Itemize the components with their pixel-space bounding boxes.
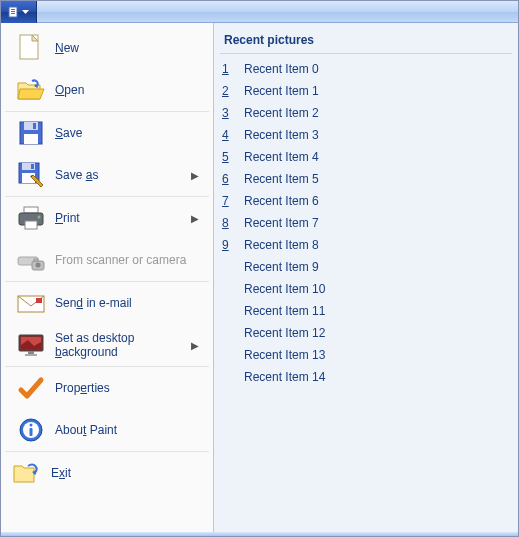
recent-item-number: 1 [222, 62, 238, 76]
menu-send-email-label: Send in e-mail [55, 296, 199, 310]
menu-save-as[interactable]: Save as ▶ [5, 154, 209, 196]
recent-list: 1Recent Item 02Recent Item 13Recent Item… [220, 58, 512, 388]
recent-item-label: Recent Item 3 [238, 128, 319, 142]
recent-item-number: 5 [222, 150, 238, 164]
doc-icon [8, 6, 20, 18]
menu-set-background[interactable]: Set as desktop background ▶ [5, 324, 209, 366]
svg-rect-15 [31, 164, 34, 169]
recent-item[interactable]: Recent Item 12 [220, 322, 512, 344]
recent-item-label: Recent Item 14 [238, 370, 325, 384]
recent-item-number: 4 [222, 128, 238, 142]
recent-item-label: Recent Item 2 [238, 106, 319, 120]
recent-item-number: 6 [222, 172, 238, 186]
menu-new-label: New [55, 41, 199, 55]
save-floppy-icon [15, 117, 47, 149]
svg-rect-19 [25, 221, 37, 229]
recent-item-label: Recent Item 11 [238, 304, 325, 318]
menu-open-label: Open [55, 83, 199, 97]
svg-point-23 [36, 263, 41, 268]
menu-from-scanner-label: From scanner or camera [55, 253, 199, 267]
recent-item[interactable]: 4Recent Item 3 [220, 124, 512, 146]
svg-rect-26 [36, 298, 42, 303]
titlebar [1, 1, 518, 23]
recent-item-number: 3 [222, 106, 238, 120]
recent-item-label: Recent Item 6 [238, 194, 319, 208]
svg-rect-30 [28, 351, 34, 354]
menu-print[interactable]: Print ▶ [5, 197, 209, 239]
recent-item-label: Recent Item 13 [238, 348, 325, 362]
recent-item-label: Recent Item 12 [238, 326, 325, 340]
recent-panel: Recent pictures 1Recent Item 02Recent It… [214, 23, 518, 532]
checkmark-icon [15, 372, 47, 404]
menu-save-label: Save [55, 126, 199, 140]
recent-item[interactable]: 7Recent Item 6 [220, 190, 512, 212]
recent-item[interactable]: 5Recent Item 4 [220, 146, 512, 168]
svg-rect-31 [25, 354, 37, 356]
menu-about[interactable]: About Paint [5, 409, 209, 451]
menu-left-column: New Open Save Save as [1, 23, 214, 532]
save-as-icon [15, 159, 47, 191]
menu-properties-label: Properties [55, 381, 199, 395]
recent-item-label: Recent Item 4 [238, 150, 319, 164]
recent-item[interactable]: 9Recent Item 8 [220, 234, 512, 256]
svg-rect-3 [11, 13, 15, 14]
menu-about-label: About Paint [55, 423, 199, 437]
svg-rect-1 [11, 9, 15, 10]
svg-rect-17 [24, 207, 38, 213]
exit-icon [11, 457, 43, 489]
recent-item[interactable]: Recent Item 13 [220, 344, 512, 366]
recent-item[interactable]: 2Recent Item 1 [220, 80, 512, 102]
desktop-background-icon [15, 329, 47, 361]
menu-send-email[interactable]: Send in e-mail [5, 282, 209, 324]
bottom-bar [1, 532, 518, 536]
envelope-icon [15, 287, 47, 319]
svg-rect-11 [33, 123, 36, 129]
recent-item-number: 8 [222, 216, 238, 230]
recent-item[interactable]: 6Recent Item 5 [220, 168, 512, 190]
recent-item-label: Recent Item 10 [238, 282, 325, 296]
dropdown-arrow-icon [22, 10, 29, 14]
open-folder-icon [15, 74, 47, 106]
menu-print-label: Print [55, 211, 191, 225]
new-file-icon [15, 32, 47, 64]
recent-item-label: Recent Item 7 [238, 216, 319, 230]
recent-item-label: Recent Item 0 [238, 62, 319, 76]
recent-item[interactable]: 1Recent Item 0 [220, 58, 512, 80]
svg-rect-2 [11, 11, 15, 12]
scanner-camera-icon [15, 244, 47, 276]
menu-open[interactable]: Open [5, 69, 209, 111]
app-menu-window: New Open Save Save as [0, 0, 519, 537]
menu-from-scanner: From scanner or camera [5, 239, 209, 281]
recent-item-label: Recent Item 9 [238, 260, 319, 274]
svg-marker-4 [22, 10, 29, 14]
svg-rect-35 [30, 428, 33, 436]
recent-item[interactable]: Recent Item 9 [220, 256, 512, 278]
info-icon [15, 414, 47, 446]
menu-save[interactable]: Save [5, 112, 209, 154]
svg-point-20 [38, 216, 41, 219]
recent-item-label: Recent Item 8 [238, 238, 319, 252]
recent-item[interactable]: Recent Item 10 [220, 278, 512, 300]
recent-item[interactable]: 3Recent Item 2 [220, 102, 512, 124]
recent-item-number: 7 [222, 194, 238, 208]
submenu-arrow-icon: ▶ [191, 213, 199, 224]
recent-item[interactable]: 8Recent Item 7 [220, 212, 512, 234]
recent-item[interactable]: Recent Item 11 [220, 300, 512, 322]
svg-point-34 [30, 424, 33, 427]
recent-item-label: Recent Item 1 [238, 84, 319, 98]
svg-rect-10 [24, 134, 38, 144]
menu-exit[interactable]: Exit [1, 452, 213, 494]
recent-heading: Recent pictures [220, 31, 512, 54]
menu-properties[interactable]: Properties [5, 367, 209, 409]
app-menu-button[interactable] [1, 1, 37, 23]
menu-body: New Open Save Save as [1, 23, 518, 532]
recent-item-label: Recent Item 5 [238, 172, 319, 186]
submenu-arrow-icon: ▶ [191, 340, 199, 351]
recent-item-number: 9 [222, 238, 238, 252]
menu-save-as-label: Save as [55, 168, 191, 182]
menu-exit-label: Exit [51, 466, 203, 480]
submenu-arrow-icon: ▶ [191, 170, 199, 181]
menu-new[interactable]: New [5, 27, 209, 69]
recent-item[interactable]: Recent Item 14 [220, 366, 512, 388]
recent-item-number: 2 [222, 84, 238, 98]
